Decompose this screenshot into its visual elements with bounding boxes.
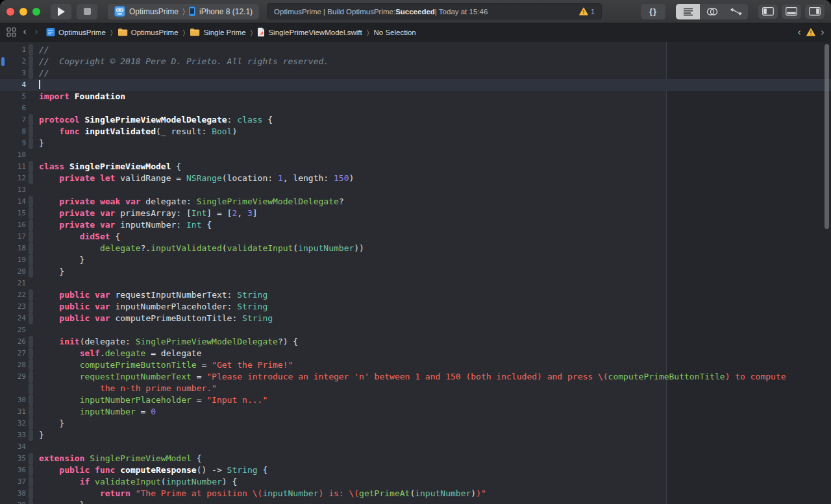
line-number[interactable] — [0, 383, 26, 394]
fold-ribbon[interactable] — [26, 173, 39, 184]
breadcrumb-group[interactable]: OptimusPrime — [118, 28, 179, 36]
fold-ribbon[interactable] — [26, 313, 39, 324]
stop-button[interactable] — [77, 4, 97, 19]
close-window-button[interactable] — [6, 8, 14, 16]
fold-ribbon[interactable] — [26, 114, 39, 126]
line-number[interactable]: 37 — [0, 476, 26, 488]
code-snippets-button[interactable]: {} — [641, 4, 665, 19]
line-number[interactable]: 19 — [0, 254, 26, 266]
line-number[interactable]: 23 — [0, 301, 26, 313]
line-number[interactable]: 15 — [0, 208, 26, 219]
fold-ribbon[interactable] — [26, 441, 39, 453]
fold-ribbon[interactable] — [26, 278, 39, 289]
fold-ribbon[interactable] — [26, 301, 39, 313]
line-number[interactable]: 10 — [0, 149, 26, 161]
fold-ribbon[interactable] — [26, 161, 39, 173]
line-number[interactable]: 30 — [0, 394, 26, 406]
fold-ribbon[interactable] — [26, 266, 39, 278]
go-back-button[interactable]: ‹ — [23, 27, 27, 37]
line-number[interactable]: 8 — [0, 126, 26, 138]
source-editor[interactable]: 1//2// Copyright © 2018 Pere D. Prieto. … — [0, 42, 831, 504]
fold-ribbon[interactable] — [26, 394, 39, 406]
line-number[interactable]: 16 — [0, 219, 26, 231]
fold-ribbon[interactable] — [26, 453, 39, 464]
fold-ribbon[interactable] — [26, 56, 39, 67]
fold-ribbon[interactable] — [26, 149, 39, 161]
fold-ribbon[interactable] — [26, 138, 39, 149]
line-number[interactable]: 11 — [0, 161, 26, 173]
line-number[interactable]: 27 — [0, 348, 26, 359]
run-button[interactable] — [51, 4, 71, 19]
line-number[interactable]: 17 — [0, 231, 26, 243]
fold-ribbon[interactable] — [26, 44, 39, 56]
line-number[interactable]: 3 — [0, 67, 26, 79]
minimize-window-button[interactable] — [19, 8, 27, 16]
warning-icon[interactable] — [806, 28, 815, 36]
line-number[interactable]: 20 — [0, 266, 26, 278]
fold-ribbon[interactable] — [26, 464, 39, 476]
fold-ribbon[interactable] — [26, 488, 39, 499]
toggle-inspector-button[interactable] — [805, 5, 825, 19]
line-number[interactable]: 33 — [0, 429, 26, 441]
fold-ribbon[interactable] — [26, 231, 39, 243]
line-number[interactable]: 4 — [0, 79, 26, 91]
line-number[interactable]: 35 — [0, 453, 26, 464]
fold-ribbon[interactable] — [26, 196, 39, 208]
toggle-debug-area-button[interactable] — [782, 5, 801, 19]
fold-ribbon[interactable] — [26, 383, 39, 394]
line-number[interactable]: 25 — [0, 324, 26, 336]
line-number[interactable]: 5 — [0, 91, 26, 102]
fold-ribbon[interactable] — [26, 208, 39, 219]
fold-ribbon[interactable] — [26, 359, 39, 371]
standard-editor-button[interactable] — [676, 4, 700, 19]
fold-ribbon[interactable] — [26, 243, 39, 254]
fold-ribbon[interactable] — [26, 126, 39, 138]
fold-ribbon[interactable] — [26, 219, 39, 231]
line-number[interactable]: 28 — [0, 359, 26, 371]
fold-ribbon[interactable] — [26, 429, 39, 441]
line-number[interactable]: 24 — [0, 313, 26, 324]
assistant-editor-button[interactable] — [700, 4, 724, 19]
fold-ribbon[interactable] — [26, 324, 39, 336]
fold-ribbon[interactable] — [26, 406, 39, 418]
go-forward-button[interactable]: › — [34, 27, 38, 37]
breadcrumb-project[interactable]: OptimusPrime — [46, 27, 106, 37]
fold-ribbon[interactable] — [26, 499, 39, 504]
line-number[interactable]: 7 — [0, 114, 26, 126]
line-number[interactable]: 21 — [0, 278, 26, 289]
fold-ribbon[interactable] — [26, 336, 39, 348]
fold-ribbon[interactable] — [26, 79, 39, 91]
line-number[interactable]: 38 — [0, 488, 26, 499]
line-number[interactable]: 9 — [0, 138, 26, 149]
line-number[interactable]: 6 — [0, 102, 26, 114]
fold-ribbon[interactable] — [26, 289, 39, 301]
breadcrumb-group[interactable]: Single Prime — [190, 28, 245, 36]
scheme-selector[interactable]: OptimusPrime 〉 iPhone 8 (12.1) — [108, 4, 259, 19]
fold-ribbon[interactable] — [26, 91, 39, 102]
fold-ribbon[interactable] — [26, 184, 39, 196]
breadcrumb-file[interactable]: SinglePrimeViewModel.swift — [257, 27, 362, 37]
line-number[interactable]: 39 — [0, 499, 26, 504]
line-number[interactable]: 31 — [0, 406, 26, 418]
fold-ribbon[interactable] — [26, 418, 39, 429]
warning-badge[interactable]: 1 — [579, 7, 595, 16]
line-number[interactable]: 1 — [0, 44, 26, 56]
line-number[interactable]: 26 — [0, 336, 26, 348]
line-number[interactable]: 32 — [0, 418, 26, 429]
fold-ribbon[interactable] — [26, 67, 39, 79]
fold-ribbon[interactable] — [26, 348, 39, 359]
line-number[interactable]: 13 — [0, 184, 26, 196]
fold-ribbon[interactable] — [26, 476, 39, 488]
related-items-button[interactable] — [6, 27, 16, 37]
vertical-scrollbar-thumb[interactable] — [825, 44, 829, 229]
line-number[interactable]: 34 — [0, 441, 26, 453]
activity-viewer[interactable]: OptimusPrime | Build OptimusPrime: Succe… — [267, 3, 602, 19]
line-number[interactable]: 22 — [0, 289, 26, 301]
previous-issue-button[interactable]: ‹ — [797, 27, 801, 38]
fold-ribbon[interactable] — [26, 102, 39, 114]
line-number[interactable]: 36 — [0, 464, 26, 476]
line-number[interactable]: 14 — [0, 196, 26, 208]
line-number[interactable]: 12 — [0, 173, 26, 184]
toggle-navigator-button[interactable] — [758, 5, 778, 19]
version-editor-button[interactable] — [724, 4, 748, 19]
